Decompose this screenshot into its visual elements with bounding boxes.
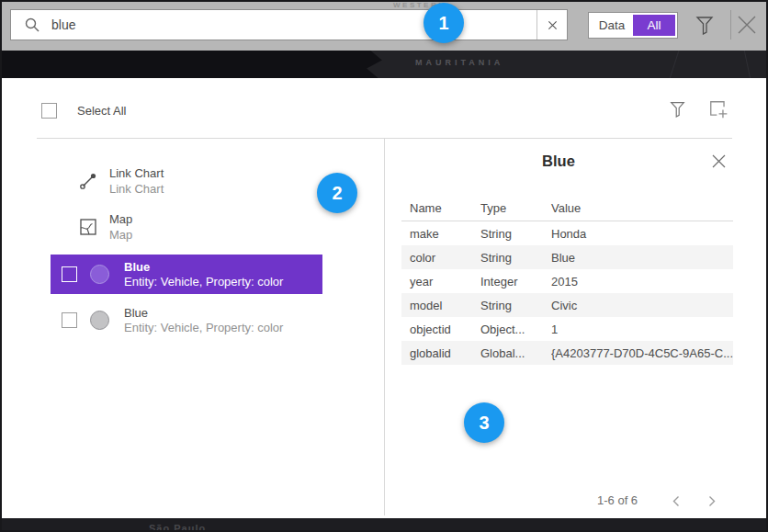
result-checkbox[interactable] <box>62 266 77 282</box>
search-box <box>10 9 568 40</box>
result-title: Map <box>109 211 132 227</box>
panel-filter-icon[interactable] <box>670 100 685 121</box>
table-row: globalid Global... {A4203777-D70D-4C5C-9… <box>401 341 733 365</box>
property-type: Integer <box>480 275 551 289</box>
toggle-option-all[interactable]: All <box>633 15 675 36</box>
toolbar-filter-icon[interactable] <box>695 15 714 39</box>
table-row: color String Blue <box>401 245 733 269</box>
property-type: String <box>480 227 551 241</box>
property-value: 2015 <box>551 275 733 289</box>
app-window: WESTERN Data All MAURITANIA São Paulo Se… <box>0 0 768 532</box>
add-to-selection-icon[interactable] <box>708 99 728 123</box>
map-border-line <box>664 51 682 78</box>
select-all-checkbox[interactable] <box>41 103 57 119</box>
table-row: model String Civic <box>401 293 733 317</box>
property-name: color <box>410 251 480 265</box>
table-row: make String Honda <box>401 221 733 245</box>
column-header-value: Value <box>551 201 581 215</box>
link-chart-icon <box>78 172 98 190</box>
result-item-map[interactable]: Map Map <box>78 208 354 246</box>
property-name: make <box>410 227 480 241</box>
property-type: String <box>480 251 551 265</box>
map-ocean <box>2 51 386 78</box>
result-item-link-chart[interactable]: Link Chart Link Chart <box>78 162 354 200</box>
entity-circle-icon <box>90 311 109 330</box>
property-type: Object... <box>480 323 551 336</box>
property-name: globalid <box>410 346 480 360</box>
column-header-name: Name <box>410 201 442 215</box>
property-value: {A4203777-D70D-4C5C-9A65-C... <box>551 346 733 360</box>
result-item-blue-selected[interactable]: Blue Entity: Vehicle, Property: color <box>51 255 322 294</box>
result-checkbox[interactable] <box>62 312 77 328</box>
result-title: Blue <box>124 260 283 275</box>
select-all-label: Select All <box>77 104 126 118</box>
table-row: year Integer 2015 <box>401 269 733 293</box>
pagination-next-icon[interactable] <box>706 493 717 509</box>
annotation-badge-2: 2 <box>317 173 357 213</box>
search-icon <box>25 17 40 32</box>
toggle-option-data[interactable]: Data <box>591 15 633 36</box>
entity-circle-icon <box>90 265 109 284</box>
result-title: Link Chart <box>109 165 164 181</box>
detail-close-icon[interactable] <box>711 153 727 169</box>
column-header-type: Type <box>480 201 506 215</box>
annotation-badge-3: 3 <box>464 402 504 443</box>
annotation-badge-1: 1 <box>424 3 464 43</box>
properties-table: make String Honda color String Blue year… <box>401 221 733 365</box>
map-label-sao-paulo: São Paulo <box>149 523 206 530</box>
property-value: Civic <box>551 299 733 312</box>
toolbar-divider <box>730 10 731 40</box>
pagination-label: 1-6 of 6 <box>597 493 638 507</box>
property-value: Blue <box>551 251 733 265</box>
property-name: model <box>410 299 480 312</box>
toolbar-close-icon[interactable] <box>736 14 758 36</box>
data-all-toggle: Data All <box>588 12 678 39</box>
property-value: 1 <box>551 323 733 336</box>
map-icon <box>78 219 98 235</box>
clear-search-button[interactable] <box>536 10 567 40</box>
table-row: objectid Object... 1 <box>401 317 733 341</box>
result-subtitle: Entity: Vehicle, Property: color <box>124 321 283 335</box>
search-results-panel: Select All Link Chart Link Chart Map <box>2 78 766 518</box>
clear-x-icon <box>548 20 558 30</box>
map-border-line <box>742 51 754 78</box>
property-type: String <box>480 299 551 312</box>
result-subtitle: Map <box>109 227 132 243</box>
detail-title: Blue <box>384 153 733 170</box>
map-background-bottom: São Paulo <box>2 518 766 530</box>
map-background: MAURITANIA <box>2 51 766 78</box>
map-label-mauritania: MAURITANIA <box>415 58 503 67</box>
property-type: Global... <box>480 346 551 360</box>
result-subtitle: Link Chart <box>109 181 164 197</box>
result-subtitle: Entity: Vehicle, Property: color <box>124 275 283 289</box>
pagination-prev-icon[interactable] <box>671 493 682 509</box>
property-name: objectid <box>410 323 480 336</box>
property-value: Honda <box>551 227 733 241</box>
result-item-blue[interactable]: Blue Entity: Vehicle, Property: color <box>51 300 322 340</box>
result-title: Blue <box>124 306 283 321</box>
property-name: year <box>410 275 480 289</box>
column-divider <box>384 138 385 515</box>
